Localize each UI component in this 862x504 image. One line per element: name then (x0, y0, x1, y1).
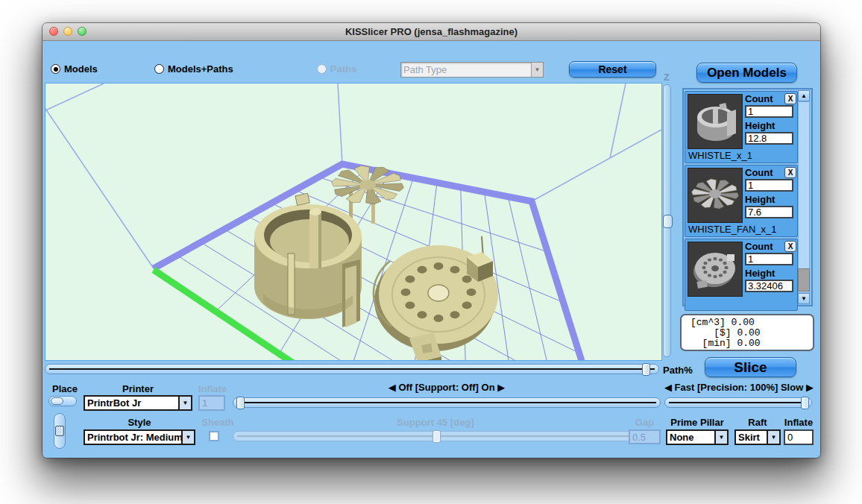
build-plate-scene[interactable] (45, 84, 661, 360)
count-input[interactable]: 1 (745, 253, 793, 265)
radio-models[interactable] (51, 64, 60, 74)
z-slider-thumb[interactable] (663, 215, 673, 228)
3d-viewport[interactable] (45, 83, 662, 361)
model-thumbnail (688, 94, 743, 149)
sheath-checkbox (209, 431, 219, 441)
model-list: Count X 1 Height 12.8 WHISTLE_x_1 Count … (682, 88, 813, 306)
count-label: Count (745, 167, 773, 178)
remove-model-button[interactable]: X (784, 167, 796, 178)
stat-cost: [$] 0.00 (690, 328, 813, 338)
radio-models-paths-label: Models+Paths (168, 63, 233, 75)
remove-model-button[interactable]: X (784, 241, 796, 252)
inflate-raft-label: Inflate (784, 417, 814, 428)
gap-label: Gap (629, 417, 661, 428)
app-window: KISSlicer PRO (jensa_flashmagazine) Mode… (43, 23, 820, 458)
inflate-raft-input[interactable]: 0 (784, 429, 814, 445)
raft-select[interactable]: Skirt ▼ (734, 429, 781, 445)
height-label: Height (745, 268, 775, 279)
open-models-button[interactable]: Open Models (696, 63, 797, 83)
count-label: Count (745, 241, 773, 252)
path-percent-slider[interactable] (45, 364, 659, 374)
model-thumbnail (688, 242, 743, 297)
height-input[interactable]: 3.32406 (745, 280, 793, 292)
chevron-down-icon: ▼ (178, 397, 191, 409)
title-bar[interactable]: KISSlicer PRO (jensa_flashmagazine) (43, 23, 820, 41)
height-label: Height (745, 120, 775, 131)
support-angle-label: Support 45 [deg] (233, 417, 638, 428)
count-input[interactable]: 1 (745, 179, 793, 192)
z-axis-label: Z (664, 72, 670, 83)
gap-input: 0.5 (629, 429, 661, 444)
reset-button[interactable]: Reset (569, 61, 656, 78)
model-name: WHISTLE_FAN_x_1 (688, 224, 777, 235)
printer-label: Printer (84, 383, 192, 394)
inflate-model-input: 1 (198, 395, 225, 411)
slider-thumb[interactable] (642, 363, 650, 376)
radio-models-paths[interactable] (154, 64, 164, 74)
printer-select[interactable]: PrintrBot Jr ▼ (84, 395, 192, 411)
slider-thumb (432, 430, 441, 443)
height-input[interactable]: 12.8 (745, 132, 793, 145)
radio-paths-label: Paths (330, 63, 356, 75)
raft-label: Raft (734, 417, 781, 428)
inflate-model-label: Inflate (198, 383, 226, 394)
model-card[interactable]: Count X 1 Height 12.8 WHISTLE_x_1 (685, 91, 798, 163)
slice-button[interactable]: Slice (705, 357, 796, 377)
height-label: Height (745, 194, 775, 205)
model-card[interactable]: Count X 1 Height 7.6 WHISTLE_FAN_x_1 (685, 165, 798, 237)
prime-pillar-label: Prime Pillar (666, 417, 729, 428)
height-input[interactable]: 7.6 (745, 206, 793, 218)
chevron-down-icon: ▼ (714, 431, 727, 444)
style-select[interactable]: Printrbot Jr: Medium ▼ (84, 429, 195, 445)
precision-slider[interactable] (664, 397, 812, 408)
count-input[interactable]: 1 (745, 105, 793, 118)
slider-thumb[interactable] (801, 397, 809, 409)
model-thumbnail (688, 168, 743, 223)
model-list-scrollbar[interactable] (798, 101, 810, 293)
support-toggle-label: ◀ Off [Support: Off] On ▶ (233, 382, 661, 393)
toggle-knob[interactable] (51, 397, 63, 405)
model-name: WHISTLE_x_1 (688, 150, 752, 161)
main-content: Models Models+Paths Paths Path Type ▼ Re… (43, 41, 820, 458)
radio-paths (317, 64, 327, 74)
slider-thumb[interactable] (55, 426, 64, 436)
place-label: Place (52, 383, 78, 394)
place-fine-slider[interactable] (54, 413, 66, 449)
precision-label: ◀ Fast [Precision: 100%] Slow ▶ (664, 382, 812, 393)
prime-pillar-select[interactable]: None ▼ (666, 429, 729, 445)
stat-time: [min] 0.00 (690, 338, 813, 349)
style-label: Style (84, 417, 195, 428)
path-percent-label: Path% (663, 365, 693, 376)
z-slider[interactable] (663, 84, 671, 357)
model-card[interactable]: Count X 1 Height 3.32406 (685, 239, 798, 311)
support-angle-slider (233, 431, 638, 441)
place-toggle[interactable] (48, 396, 77, 406)
chevron-down-icon: ▼ (181, 431, 194, 444)
slider-thumb[interactable] (236, 397, 245, 409)
count-label: Count (745, 93, 773, 104)
support-toggle-slider[interactable] (233, 397, 661, 408)
estimate-stats: [cm^3] 0.00 [$] 0.00 [min] 0.00 (680, 314, 814, 351)
window-title: KISSlicer PRO (jensa_flashmagazine) (43, 26, 820, 37)
chevron-down-icon: ▼ (767, 431, 779, 444)
path-type-select: Path Type ▼ (400, 62, 544, 78)
radio-models-label: Models (64, 63, 98, 75)
remove-model-button[interactable]: X (784, 93, 796, 104)
scroll-down-icon[interactable]: ▼ (798, 293, 810, 304)
scroll-up-icon[interactable]: ▲ (798, 90, 810, 101)
scrollbar-thumb[interactable] (798, 268, 810, 292)
chevron-down-icon: ▼ (531, 63, 543, 77)
stat-volume: [cm^3] 0.00 (690, 318, 813, 328)
